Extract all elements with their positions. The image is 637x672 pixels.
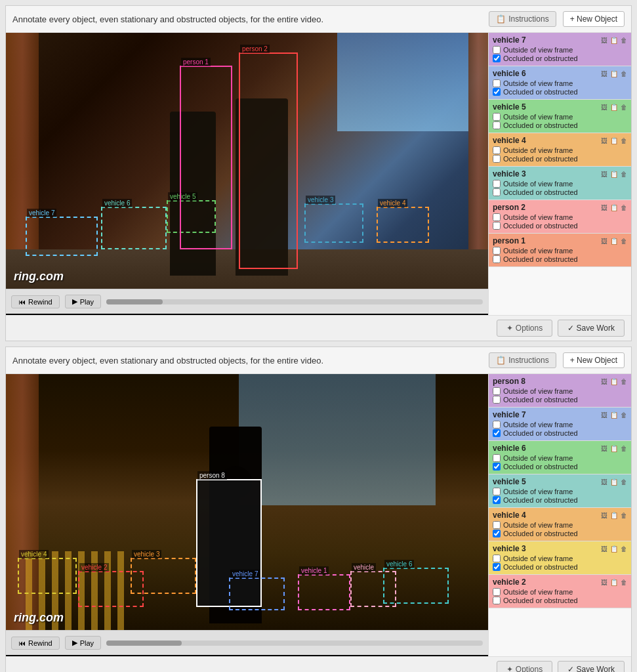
delete-icon-vehicle3-2[interactable]: 🗑 [621,545,627,553]
bbox-label-vehicle7-1: vehicle 7 [27,209,56,217]
object-header-person8-2: person 8 🖼 📋 🗑 [493,377,627,386]
outside-checkbox-vehicle7-2[interactable] [493,421,501,429]
delete-icon-vehicle4-1[interactable]: 🗑 [621,137,627,144]
outside-checkbox-vehicle3-2[interactable] [493,555,501,562]
occluded-checkbox-person2-1[interactable] [493,222,501,230]
outside-checkbox-vehicle2-2[interactable] [493,588,501,596]
bbox-vehicle4-1: vehicle 4 [377,207,429,243]
object-item-person2-1: person 2 🖼 📋 🗑 Outside of view frame Occ… [489,200,631,234]
outside-checkbox-vehicle4-2[interactable] [493,521,501,529]
delete-icon-vehicle2-2[interactable]: 🗑 [621,579,627,586]
object-name-person2-1: person 2 [493,203,525,212]
copy-icon-vehicle7-1[interactable]: 📋 [610,37,618,44]
delete-icon-vehicle5-1[interactable]: 🗑 [621,104,627,111]
occluded-checkbox-vehicle2-2[interactable] [493,597,501,604]
progress-bar-1[interactable] [106,299,483,304]
copy-icon-person8-2[interactable]: 📋 [610,378,618,385]
occluded-checkbox-vehicle5-1[interactable] [493,121,501,129]
occluded-checkbox-vehicle6-2[interactable] [493,463,501,471]
save-button-1[interactable]: ✓ Save Work [558,320,625,337]
delete-icon-vehicle6-1[interactable]: 🗑 [621,70,627,77]
occluded-checkbox-vehicle6-1[interactable] [493,88,501,96]
rewind-button-1[interactable]: ⏮ Rewind [11,295,60,308]
progress-bar-2[interactable] [106,640,483,646]
bbox-label-vehicle-2: vehicle [352,563,376,572]
options-button-1[interactable]: ✦ Options [497,320,552,337]
outside-checkbox-vehicle6-2[interactable] [493,454,501,462]
image-icon-vehicle3-2[interactable]: 🖼 [601,545,607,553]
copy-icon-vehicle5-1[interactable]: 📋 [610,104,618,111]
options-button-2[interactable]: ✦ Options [497,661,552,672]
instructions-button-1[interactable]: 📋 Instructions [489,11,556,27]
occluded-checkbox-vehicle3-1[interactable] [493,188,501,196]
object-actions-vehicle6-2: 🖼 📋 🗑 [601,445,627,452]
outside-checkbox-vehicle5-2[interactable] [493,488,501,495]
occluded-checkbox-vehicle3-2[interactable] [493,563,501,571]
image-icon-vehicle5-2[interactable]: 🖼 [601,478,607,486]
image-icon-vehicle2-2[interactable]: 🖼 [601,579,607,586]
image-icon-person1-1[interactable]: 🖼 [601,238,607,245]
play-button-1[interactable]: ▶ Play [65,295,101,308]
outside-checkbox-person8-2[interactable] [493,387,501,395]
image-icon-vehicle6-2[interactable]: 🖼 [601,445,607,452]
new-object-button-1[interactable]: + New Object [563,11,625,27]
image-icon-person2-1[interactable]: 🖼 [601,204,607,211]
outside-checkbox-vehicle7-1[interactable] [493,46,501,54]
outside-checkbox-person1-1[interactable] [493,247,501,255]
copy-icon-person2-1[interactable]: 📋 [610,204,618,211]
new-object-button-2[interactable]: + New Object [563,352,625,368]
image-icon-vehicle5-1[interactable]: 🖼 [601,104,607,111]
object-item-person8-2: person 8 🖼 📋 🗑 Outside of view frame Occ… [489,374,631,408]
copy-icon-vehicle4-2[interactable]: 📋 [610,512,618,519]
copy-icon-vehicle6-2[interactable]: 📋 [610,445,618,452]
rewind-button-2[interactable]: ⏮ Rewind [11,637,60,650]
outside-checkbox-vehicle6-1[interactable] [493,79,501,87]
occluded-checkbox-vehicle5-2[interactable] [493,496,501,504]
delete-icon-vehicle6-2[interactable]: 🗑 [621,445,627,452]
occluded-checkbox-person1-1[interactable] [493,255,501,263]
copy-icon-vehicle4-1[interactable]: 📋 [610,137,618,144]
instructions-icon-1: 📋 [496,14,506,24]
copy-icon-person1-1[interactable]: 📋 [610,238,618,245]
object-header-vehicle3-2: vehicle 3 🖼 📋 🗑 [493,544,627,553]
occluded-checkbox-vehicle7-1[interactable] [493,54,501,62]
object-item-vehicle6-2: vehicle 6 🖼 📋 🗑 Outside of view frame Oc… [489,441,631,474]
outside-checkbox-vehicle4-1[interactable] [493,146,501,154]
delete-icon-vehicle5-2[interactable]: 🗑 [621,478,627,486]
delete-icon-vehicle4-2[interactable]: 🗑 [621,512,627,519]
delete-icon-vehicle7-2[interactable]: 🗑 [621,411,627,419]
copy-icon-vehicle6-1[interactable]: 📋 [610,70,618,77]
outside-checkbox-vehicle5-1[interactable] [493,113,501,121]
image-icon-vehicle4-1[interactable]: 🖼 [601,137,607,144]
image-icon-vehicle6-1[interactable]: 🖼 [601,70,607,77]
instructions-button-2[interactable]: 📋 Instructions [489,352,556,368]
copy-icon-vehicle7-2[interactable]: 📋 [610,411,618,419]
instructions-icon-2: 📋 [496,356,506,365]
delete-icon-person1-1[interactable]: 🗑 [621,238,627,245]
occluded-checkbox-vehicle4-1[interactable] [493,155,501,163]
outside-row-vehicle7-1: Outside of view frame [493,46,627,54]
delete-icon-person2-1[interactable]: 🗑 [621,204,627,211]
object-item-vehicle3-1: vehicle 3 🖼 📋 🗑 Outside of view frame Oc… [489,167,631,200]
occluded-checkbox-vehicle4-2[interactable] [493,530,501,537]
object-name-vehicle6-2: vehicle 6 [493,444,526,453]
delete-icon-vehicle3-1[interactable]: 🗑 [621,171,627,178]
copy-icon-vehicle5-2[interactable]: 📋 [610,478,618,486]
occluded-checkbox-vehicle7-2[interactable] [493,429,501,437]
copy-icon-vehicle3-2[interactable]: 📋 [610,545,618,553]
copy-icon-vehicle2-2[interactable]: 📋 [610,579,618,586]
outside-row-vehicle6-1: Outside of view frame [493,79,627,87]
outside-checkbox-person2-1[interactable] [493,213,501,221]
image-icon-vehicle7-1[interactable]: 🖼 [601,37,607,44]
delete-icon-vehicle7-1[interactable]: 🗑 [621,37,627,44]
image-icon-vehicle4-2[interactable]: 🖼 [601,512,607,519]
copy-icon-vehicle3-1[interactable]: 📋 [610,171,618,178]
occluded-checkbox-person8-2[interactable] [493,396,501,404]
image-icon-vehicle7-2[interactable]: 🖼 [601,411,607,419]
outside-checkbox-vehicle3-1[interactable] [493,180,501,188]
image-icon-vehicle3-1[interactable]: 🖼 [601,171,607,178]
image-icon-person8-2[interactable]: 🖼 [601,378,607,385]
save-button-2[interactable]: ✓ Save Work [558,661,625,672]
play-button-2[interactable]: ▶ Play [65,636,101,650]
delete-icon-person8-2[interactable]: 🗑 [621,378,627,385]
